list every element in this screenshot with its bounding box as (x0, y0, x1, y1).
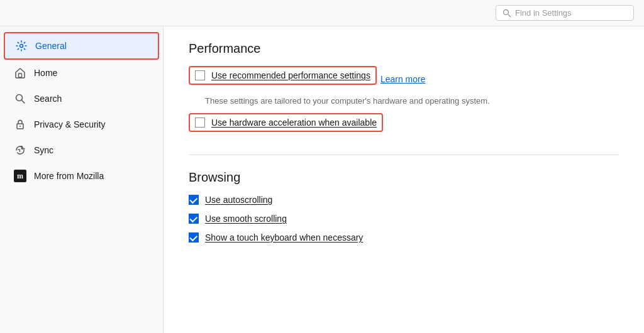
mozilla-icon: m (14, 170, 26, 182)
svg-point-7 (19, 126, 21, 127)
browsing-section: Browsing Use autoscrolling Use smooth sc… (189, 170, 619, 243)
smooth-scroll-row: Use smooth scrolling (189, 214, 619, 224)
find-in-settings-placeholder: Find in Settings (515, 8, 572, 18)
recommended-performance-checkbox[interactable] (195, 70, 205, 80)
home-icon (14, 67, 26, 79)
recommended-performance-label: Use recommended performance settings (211, 70, 370, 80)
content-area: Performance Use recommended performance … (164, 26, 644, 333)
lock-icon (14, 118, 26, 131)
hardware-accel-label: Use hardware acceleration when available (211, 117, 377, 128)
sync-icon (14, 144, 26, 156)
hardware-accel-checkbox[interactable] (195, 117, 205, 128)
svg-point-0 (504, 9, 509, 14)
sidebar-item-search-label: Search (34, 94, 62, 104)
touch-keyboard-label: Show a touch keyboard when necessary (205, 232, 363, 243)
sidebar-item-sync[interactable]: Sync (4, 138, 159, 163)
svg-line-1 (508, 14, 511, 17)
sidebar: General Home Search (0, 26, 164, 333)
svg-rect-3 (19, 74, 22, 77)
sidebar-item-mozilla[interactable]: m More from Mozilla (4, 163, 159, 188)
touch-keyboard-checkbox[interactable] (189, 232, 199, 243)
smooth-scroll-checkbox[interactable] (189, 214, 199, 224)
autoscroll-row: Use autoscrolling (189, 195, 619, 205)
sidebar-item-general[interactable]: General (4, 32, 159, 60)
performance-title: Performance (189, 41, 619, 56)
sidebar-item-general-label: General (35, 41, 67, 51)
find-in-settings-input[interactable]: Find in Settings (496, 5, 634, 21)
smooth-scroll-label: Use smooth scrolling (205, 214, 287, 224)
sidebar-item-home[interactable]: Home (4, 60, 159, 85)
gear-icon (15, 40, 28, 52)
sidebar-item-sync-label: Sync (34, 145, 53, 155)
top-bar: Find in Settings (0, 0, 644, 26)
svg-line-5 (22, 101, 25, 104)
hardware-accel-row: Use hardware acceleration when available (189, 113, 383, 132)
autoscroll-label: Use autoscrolling (205, 195, 272, 205)
section-divider (189, 155, 619, 155)
search-icon (14, 92, 26, 105)
learn-more-link[interactable]: Learn more (380, 74, 426, 84)
autoscroll-checkbox[interactable] (189, 195, 199, 205)
sidebar-item-privacy[interactable]: Privacy & Security (4, 112, 159, 137)
svg-point-2 (20, 45, 23, 48)
sidebar-item-mozilla-label: More from Mozilla (34, 171, 104, 181)
browsing-title: Browsing (189, 170, 619, 185)
search-icon (502, 9, 511, 18)
sidebar-item-privacy-label: Privacy & Security (34, 119, 106, 129)
main-layout: General Home Search (0, 26, 644, 333)
sidebar-item-search[interactable]: Search (4, 86, 159, 111)
performance-description: These settings are tailored to your comp… (205, 96, 619, 106)
sidebar-item-home-label: Home (34, 68, 57, 78)
recommended-performance-row: Use recommended performance settings (189, 66, 377, 85)
touch-keyboard-row: Show a touch keyboard when necessary (189, 232, 619, 243)
